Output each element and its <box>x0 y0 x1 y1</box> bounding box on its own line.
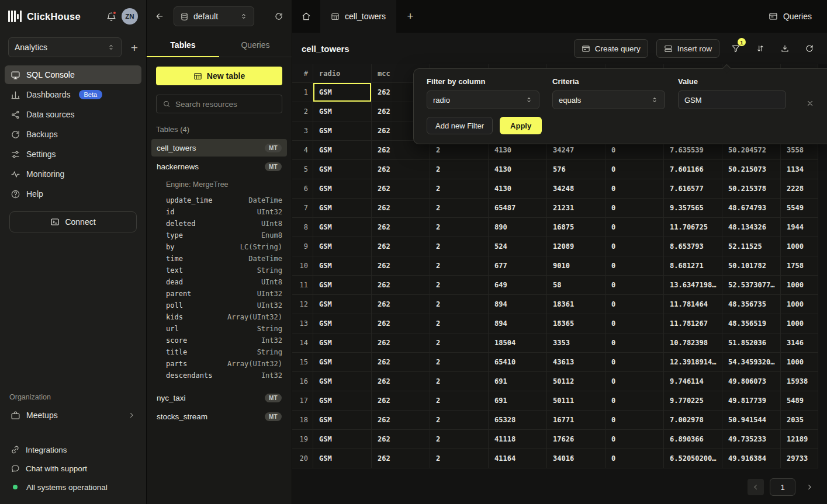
add-service-button[interactable]: + <box>131 41 138 54</box>
schema-column[interactable]: update_timeDateTime <box>166 194 282 206</box>
row-number[interactable]: 13 <box>292 314 313 333</box>
table-cell[interactable]: 49.806073 <box>722 372 781 391</box>
table-cell[interactable]: 0 <box>605 430 664 449</box>
table-cell[interactable]: 2 <box>430 411 489 430</box>
table-cell[interactable]: 18361 <box>547 295 605 314</box>
collapse-panel-icon[interactable] <box>155 12 164 21</box>
system-status[interactable]: All systems operational <box>5 478 141 496</box>
table-cell[interactable]: 1758 <box>781 256 818 276</box>
table-cell[interactable]: 12.3918914… <box>664 353 722 372</box>
schema-column[interactable]: urlString <box>166 323 282 335</box>
schema-column[interactable]: deadUInt8 <box>166 276 282 288</box>
table-cell[interactable]: 262 <box>372 411 430 430</box>
table-list-item-stocks-stream[interactable]: stocks_stream MT <box>151 408 287 425</box>
avatar[interactable]: ZN <box>122 8 138 25</box>
row-number[interactable]: 7 <box>292 199 313 218</box>
table-cell[interactable]: 41164 <box>489 449 547 468</box>
row-number[interactable]: 4 <box>292 141 313 160</box>
table-cell[interactable]: 262 <box>372 353 430 372</box>
row-number[interactable]: 9 <box>292 237 313 256</box>
table-cell[interactable]: 34248 <box>547 179 605 199</box>
table-cell[interactable]: 2 <box>430 199 489 218</box>
table-cell[interactable]: GSM <box>313 199 372 218</box>
sidebar-item-chat-support[interactable]: Chat with support <box>5 460 141 477</box>
tab-cell-towers[interactable]: cell_towers <box>320 0 396 33</box>
next-page-button[interactable] <box>801 479 818 495</box>
sidebar-item-backups[interactable]: Backups <box>5 125 141 144</box>
schema-column[interactable]: pollUInt32 <box>166 300 282 311</box>
table-cell[interactable]: 262 <box>372 372 430 391</box>
table-cell[interactable]: 262 <box>372 449 430 468</box>
schema-column[interactable]: byLC(String) <box>166 241 282 253</box>
table-cell[interactable]: 49.916384 <box>722 449 781 468</box>
schema-column[interactable]: partsArray(UInt32) <box>166 358 282 370</box>
schema-column[interactable]: idUInt32 <box>166 206 282 218</box>
sidebar-item-help[interactable]: Help <box>5 185 141 203</box>
table-cell[interactable]: 262 <box>372 237 430 256</box>
table-cell[interactable]: 2228 <box>781 179 818 199</box>
schema-column[interactable]: typeEnum8 <box>166 230 282 241</box>
table-list-item-cell-towers[interactable]: cell_towers MT <box>151 139 287 157</box>
table-cell[interactable]: GSM <box>313 218 372 237</box>
table-cell[interactable]: 50.101782 <box>722 256 781 276</box>
table-cell[interactable]: GSM <box>313 179 372 199</box>
table-cell[interactable]: 0 <box>605 449 664 468</box>
table-cell[interactable]: 18504 <box>489 333 547 353</box>
table-cell[interactable]: 8.653793 <box>664 237 722 256</box>
table-cell[interactable]: GSM <box>313 121 372 141</box>
table-cell[interactable]: 0 <box>605 256 664 276</box>
filter-button[interactable]: 1 <box>728 40 744 57</box>
table-cell[interactable]: 48.674793 <box>722 199 781 218</box>
table-cell[interactable]: GSM <box>313 102 372 121</box>
table-cell[interactable]: 18365 <box>547 314 605 333</box>
table-cell[interactable]: 1000 <box>781 237 818 256</box>
table-cell[interactable]: 6.890366 <box>664 430 722 449</box>
column-header-radio[interactable]: radio <box>313 64 372 83</box>
sidebar-item-monitoring[interactable]: Monitoring <box>5 165 141 183</box>
table-cell[interactable]: 677 <box>489 256 547 276</box>
table-cell[interactable]: 2 <box>430 333 489 353</box>
table-cell[interactable]: 2 <box>430 449 489 468</box>
table-cell[interactable]: 12189 <box>781 430 818 449</box>
tab-tables[interactable]: Tables <box>147 33 219 57</box>
column-header-#[interactable]: # <box>292 64 313 83</box>
tab-queries[interactable]: Queries <box>219 33 292 57</box>
database-selector[interactable]: default <box>174 6 254 26</box>
table-cell[interactable]: 1000 <box>781 353 818 372</box>
table-cell[interactable]: GSM <box>313 160 372 179</box>
table-cell[interactable]: 48.356519 <box>722 314 781 333</box>
schema-column[interactable]: timeDateTime <box>166 253 282 265</box>
table-cell[interactable]: GSM <box>313 333 372 353</box>
table-cell[interactable]: 9.357565 <box>664 199 722 218</box>
table-cell[interactable]: 894 <box>489 314 547 333</box>
table-cell[interactable]: GSM <box>313 276 372 295</box>
table-list-item-hackernews[interactable]: hackernews MT <box>151 158 287 175</box>
table-cell[interactable]: 1000 <box>781 314 818 333</box>
table-cell[interactable]: 16771 <box>547 411 605 430</box>
table-cell[interactable]: 649 <box>489 276 547 295</box>
table-cell[interactable]: GSM <box>313 430 372 449</box>
table-cell[interactable]: GSM <box>313 449 372 468</box>
home-tab[interactable] <box>292 0 320 33</box>
table-cell[interactable]: 0 <box>605 160 664 179</box>
table-cell[interactable]: GSM <box>313 83 372 102</box>
schema-column[interactable]: textString <box>166 265 282 276</box>
sort-button[interactable] <box>752 40 769 57</box>
table-cell[interactable]: 2 <box>430 218 489 237</box>
schema-column[interactable]: titleString <box>166 346 282 358</box>
row-number[interactable]: 6 <box>292 179 313 199</box>
row-number[interactable]: 16 <box>292 372 313 391</box>
table-cell[interactable]: 1000 <box>781 295 818 314</box>
table-cell[interactable]: 12089 <box>547 237 605 256</box>
table-cell[interactable]: 11.706725 <box>664 218 722 237</box>
row-number[interactable]: 14 <box>292 333 313 353</box>
table-cell[interactable]: 262 <box>372 430 430 449</box>
create-query-button[interactable]: Create query <box>574 39 648 58</box>
table-cell[interactable]: 16875 <box>547 218 605 237</box>
table-cell[interactable]: 262 <box>372 391 430 411</box>
service-selector[interactable]: Analytics <box>8 37 122 57</box>
row-number[interactable]: 17 <box>292 391 313 411</box>
table-cell[interactable]: 3353 <box>547 333 605 353</box>
table-cell[interactable]: 2 <box>430 372 489 391</box>
table-cell[interactable]: 262 <box>372 276 430 295</box>
